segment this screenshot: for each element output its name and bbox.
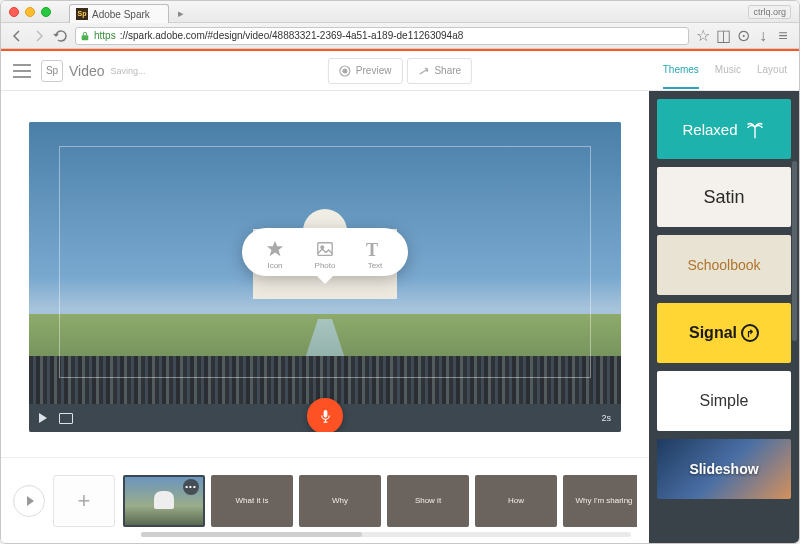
share-icon	[417, 65, 429, 77]
clip-label: Show it	[415, 496, 441, 505]
share-label: Share	[434, 65, 461, 76]
editor: Icon Photo T Text	[1, 91, 649, 543]
preview-label: Preview	[356, 65, 392, 76]
theme-relaxed[interactable]: Relaxed	[657, 99, 791, 159]
timeline-scrollbar[interactable]	[141, 532, 631, 537]
clip-label: Why	[332, 496, 348, 505]
extension-badge: ctrlq.org	[748, 5, 791, 19]
back-button[interactable]	[9, 28, 25, 44]
play-all-button[interactable]	[13, 485, 45, 517]
lock-icon	[80, 31, 90, 41]
microphone-icon	[318, 409, 333, 424]
browser-window: Sp Adobe Spark ▸ ctrlq.org https://spark…	[0, 0, 800, 544]
close-window-icon[interactable]	[9, 7, 19, 17]
reload-button[interactable]	[53, 28, 69, 44]
extension-icon[interactable]: ☆	[695, 28, 711, 44]
themes-panel: Relaxed Satin Schoolbook Signal ↱ Simple…	[649, 91, 799, 543]
tab-strip: Sp Adobe Spark ▸	[69, 4, 189, 23]
minimize-window-icon[interactable]	[25, 7, 35, 17]
clip-label: What it is	[236, 496, 269, 505]
record-voice-button[interactable]	[307, 398, 343, 432]
spark-logo-icon: Sp	[41, 60, 63, 82]
extension-icon[interactable]: ↓	[755, 28, 771, 44]
add-slide-button[interactable]: +	[53, 475, 115, 527]
svg-rect-0	[82, 35, 89, 40]
titlebar: Sp Adobe Spark ▸ ctrlq.org	[1, 1, 799, 23]
address-bar: https://spark.adobe.com/#design/video/48…	[1, 23, 799, 49]
extension-icon[interactable]: ⊙	[735, 28, 751, 44]
themes-scrollbar[interactable]	[792, 161, 797, 341]
arrow-circle-icon: ↱	[741, 324, 759, 342]
theme-label: Relaxed	[682, 121, 737, 138]
menu-icon[interactable]: ≡	[775, 28, 791, 44]
extension-icon[interactable]: ◫	[715, 28, 731, 44]
theme-satin[interactable]: Satin	[657, 167, 791, 227]
play-button[interactable]	[39, 413, 47, 423]
forward-button[interactable]	[31, 28, 47, 44]
clips-strip[interactable]: What it is Why Show it How Why I'm shari…	[123, 475, 637, 527]
tab-music[interactable]: Music	[715, 64, 741, 77]
slide-duration[interactable]: 2s	[601, 413, 611, 423]
clip-thumbnail[interactable]: How	[475, 475, 557, 527]
maximize-window-icon[interactable]	[41, 7, 51, 17]
clip-thumbnail[interactable]: Why I'm sharing	[563, 475, 637, 527]
svg-rect-5	[323, 409, 327, 417]
theme-simple[interactable]: Simple	[657, 371, 791, 431]
url-text: ://spark.adobe.com/#design/video/4888332…	[120, 30, 464, 41]
picker-label: Icon	[267, 261, 282, 270]
svg-point-2	[343, 69, 347, 73]
url-field[interactable]: https://spark.adobe.com/#design/video/48…	[75, 27, 689, 45]
save-status: Saving...	[111, 66, 146, 76]
canvas-area: Icon Photo T Text	[1, 91, 649, 457]
preview-button[interactable]: Preview	[328, 58, 403, 84]
menu-button[interactable]	[13, 64, 31, 78]
theme-label: Schoolbook	[687, 257, 760, 273]
theme-label: Slideshow	[689, 461, 758, 477]
theme-signal[interactable]: Signal ↱	[657, 303, 791, 363]
picker-label: Text	[368, 261, 383, 270]
window-controls	[9, 7, 51, 17]
new-tab-button[interactable]: ▸	[173, 7, 189, 21]
spark-app: Sp Video Saving... Preview Share Themes …	[1, 51, 799, 543]
theme-schoolbook[interactable]: Schoolbook	[657, 235, 791, 295]
favicon-icon: Sp	[76, 8, 88, 20]
extension-icons: ☆ ◫ ⊙ ↓ ≡	[695, 28, 791, 44]
header-actions: Preview Share	[328, 58, 472, 84]
themes-list[interactable]: Relaxed Satin Schoolbook Signal ↱ Simple…	[649, 91, 799, 507]
clip-label: How	[508, 496, 524, 505]
clip-thumbnail[interactable]	[123, 475, 205, 527]
svg-rect-3	[318, 243, 332, 256]
app-title: Video	[69, 63, 105, 79]
theme-label: Signal	[689, 324, 737, 342]
tab-title: Adobe Spark	[92, 9, 150, 20]
eye-icon	[339, 65, 351, 77]
clip-thumbnail[interactable]: Why	[299, 475, 381, 527]
picker-label: Photo	[315, 261, 336, 270]
app-body: Icon Photo T Text	[1, 91, 799, 543]
theme-label: Satin	[703, 187, 744, 208]
share-button[interactable]: Share	[406, 58, 472, 84]
theme-slideshow[interactable]: Slideshow	[657, 439, 791, 499]
video-canvas[interactable]: Icon Photo T Text	[29, 122, 621, 432]
browser-tab-active[interactable]: Sp Adobe Spark	[69, 4, 169, 23]
palm-icon	[744, 118, 766, 140]
star-icon	[266, 240, 284, 258]
add-text-button[interactable]: T Text	[360, 240, 390, 270]
clip-thumbnail[interactable]: Show it	[387, 475, 469, 527]
photo-icon	[316, 240, 334, 258]
add-icon-button[interactable]: Icon	[260, 240, 290, 270]
timeline: + What it is Why Show it How Why I'm sha…	[1, 457, 649, 543]
header-tabs: Themes Music Layout	[663, 64, 787, 77]
clip-label: Why I'm sharing	[575, 496, 632, 505]
add-photo-button[interactable]: Photo	[310, 240, 340, 270]
layout-button[interactable]	[59, 413, 73, 424]
clip-thumbnail[interactable]: What it is	[211, 475, 293, 527]
url-scheme: https	[94, 30, 116, 41]
text-icon: T	[366, 240, 384, 258]
app-header: Sp Video Saving... Preview Share Themes …	[1, 51, 799, 91]
tab-layout[interactable]: Layout	[757, 64, 787, 77]
theme-label: Simple	[700, 392, 749, 410]
tab-themes[interactable]: Themes	[663, 64, 699, 89]
content-picker: Icon Photo T Text	[242, 228, 408, 276]
